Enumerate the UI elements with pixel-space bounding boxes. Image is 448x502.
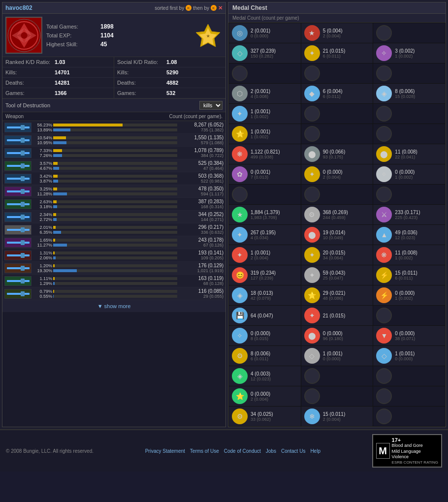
footer-link[interactable]: Help (310, 448, 320, 454)
medal-cell: ▲49 (0.036)12 (0.023) (373, 225, 445, 245)
weapon-count: 478 (0.350)594 (1.117) (179, 186, 224, 196)
weapon-row: 2.01% 6.35% 296 (0.217)336 (0.632) (2, 223, 225, 236)
medal-cell: ◈8 (0.006)15 (0.028) (373, 84, 445, 103)
weapon-list: 56.23% 13.89% 8,267 (6.052)735 (1.382) 1… (2, 121, 225, 300)
bar-pct-gold: 56.23% (33, 123, 52, 127)
medal-cell: ⬤19 (0.014)10 (0.049) (301, 225, 373, 245)
footer: © 2008 Bungie, LLC. All rights reserved.… (0, 429, 448, 471)
medal-cell: ⚔233 (0.171)225 (0.423) (373, 205, 445, 224)
svg-text:★: ★ (206, 34, 210, 38)
medal-icon-empty (376, 106, 392, 122)
medal-data: 8 (0.006)6 (0.011) (251, 351, 298, 361)
medal-icon: ⬤ (304, 146, 320, 162)
kd-row-ratio: Ranked K/D Ratio: 1.03 Social K/D Ratio:… (2, 57, 225, 67)
esrb-descriptor2: Mild Language (392, 449, 438, 455)
medal-icon: ▼ (376, 328, 392, 344)
medal-cell (301, 104, 373, 124)
kd-label-social-games: Games: (117, 90, 166, 96)
esrb-descriptor1: Blood and Gore (392, 443, 438, 449)
medal-icon-empty (304, 187, 320, 202)
medal-cell: ✧3 (0.002)1 (0.002) (373, 43, 445, 63)
medal-data: 49 (0.036)12 (0.023) (395, 230, 442, 240)
medal-data: 0 (0.000)2 (0.004) (251, 391, 298, 402)
weapon-count: 163 (0.119)68 (0.128) (179, 276, 224, 286)
svg-rect-29 (7, 280, 30, 282)
medal-icon: ✦ (304, 45, 320, 61)
medal-cell: ✦21 (0.015) (301, 306, 373, 325)
medal-cell (301, 124, 373, 144)
medal-data: 1 (0.001)2 (0.004) (251, 250, 298, 260)
weapon-icon (4, 187, 32, 196)
footer-right: M 17+ Blood and Gore Mild Language Viole… (372, 434, 442, 468)
medal-icon-empty (376, 65, 392, 81)
medal-icon: ✧ (376, 45, 392, 61)
medal-cell: ◎2 (0.001)0 (0.000) (229, 23, 301, 43)
medal-data: 0 (0.000)8 (0.015) (251, 331, 298, 341)
svg-rect-32 (21, 291, 25, 296)
medal-icon: ❄ (304, 408, 320, 424)
stat-label-skill: Highest Skill: (46, 41, 100, 47)
medal-icon: ⚡ (376, 267, 392, 283)
kd-cell-social-games: Games: 532 (114, 88, 225, 98)
svg-rect-9 (7, 152, 30, 154)
svg-rect-21 (7, 229, 30, 231)
medal-icon: ✿ (232, 166, 248, 182)
medal-icon: ◇ (376, 348, 392, 364)
esrb-badge: M 17+ Blood and Gore Mild Language Viole… (372, 434, 442, 468)
weapon-header: Weapon Count (count per game). (2, 112, 225, 121)
medal-cell: ⚡15 (0.011)6 (0.011) (373, 265, 445, 285)
avatar (5, 17, 42, 54)
footer-link[interactable]: Code of Conduct (224, 448, 261, 454)
kd-value-social: 1.08 (166, 59, 177, 65)
weapon-icon (4, 289, 32, 299)
svg-rect-22 (21, 227, 25, 232)
show-more-button[interactable]: ▼ show more (2, 300, 225, 312)
medal-cell: ⬤90 (0.066)93 (0.175) (301, 144, 373, 164)
medal-icon: 💾 (232, 308, 248, 323)
medal-cell: ◇327 (0.239)150 (0.282) (229, 43, 301, 63)
medal-cell: ✦1 (0.001)2 (0.004) (229, 245, 301, 265)
medal-icon-empty (304, 126, 320, 142)
weapon-row: 0.79% 0.55% 116 (0.085)29 (0.055) (2, 287, 225, 300)
profile-header: havoc802 sorted first by K then by K ✕ (2, 2, 225, 14)
medal-icon: ✧ (232, 328, 248, 344)
medal-icon: ▲ (376, 227, 392, 243)
kd-row-deaths: Deaths: 14281 Deaths: 4882 (2, 78, 225, 88)
medal-cell (373, 63, 445, 83)
sort-icon-first: K (186, 5, 192, 11)
stat-row-skill: Highest Skill: 45 (46, 41, 189, 48)
weapon-bars: 1.20% 19.30% (33, 263, 177, 273)
medal-cell: ◆6 (0.004)6 (0.011) (301, 84, 373, 103)
bar-pct-blue: 13.89% (33, 127, 52, 132)
bar-pct-blue: 1.29% (33, 281, 52, 286)
medal-icon: ⚡ (376, 287, 392, 303)
medal-cell: ⬤11 (0.008)22 (0.041) (373, 144, 445, 164)
bar-pct-blue: 0.55% (33, 294, 52, 299)
bar-pct-blue: 6.35% (33, 230, 52, 235)
medal-icon-empty (232, 65, 248, 81)
weapon-bars: 10.54% 10.95% (33, 135, 177, 145)
footer-link[interactable]: Privacy Statement (145, 448, 185, 454)
esrb-age: 17+ (392, 437, 438, 443)
medal-icon: ⚙ (232, 348, 248, 364)
footer-link[interactable]: Jobs (266, 448, 276, 454)
medal-data: 3 (0.002)1 (0.002) (395, 48, 442, 59)
svg-rect-24 (21, 240, 25, 245)
footer-link[interactable]: Contact Us (281, 448, 305, 454)
weapon-bars: 7.33% 7.26% (33, 148, 177, 158)
bar-pct-gold: 7.33% (33, 148, 52, 153)
weapon-count: 8,267 (6.052)735 (1.382) (179, 122, 224, 132)
weapon-bars: 1.11% 1.29% (33, 276, 177, 286)
medal-data: 29 (0.021)48 (0.086) (323, 290, 370, 301)
weapon-bars: 0.79% 0.55% (33, 289, 177, 299)
tod-select[interactable]: kills (199, 101, 223, 110)
medal-cell (373, 366, 445, 386)
footer-link[interactable]: Terms of Use (190, 448, 219, 454)
weapon-count: 193 (0.141)109 (0.205) (179, 250, 224, 260)
medal-cell: ✦59 (0.043)25 (0.047) (301, 265, 373, 285)
esrb-m-rating: M (376, 443, 390, 459)
medal-icon-empty (376, 368, 392, 384)
footer-copyright: © 2008 Bungie, LLC. All rights reserved. (6, 448, 94, 454)
medal-data: 1 (0.001)0 (0.000) (395, 351, 442, 361)
medal-icon: ⬤ (304, 328, 320, 344)
